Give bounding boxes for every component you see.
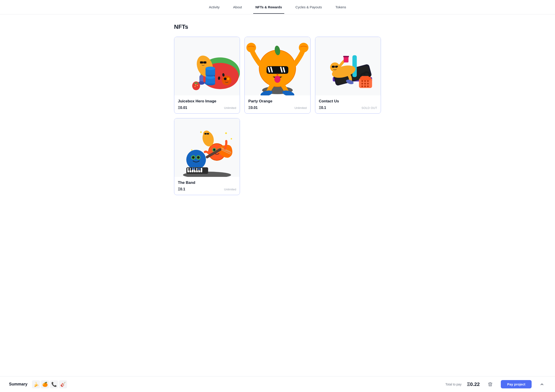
svg-point-36 (277, 74, 278, 75)
nft-name-band: The Band (178, 180, 236, 185)
nft-grid-row2: ✦ ✦ ✦ ✦ The Band Ξ0.1 Unlimited (174, 118, 381, 195)
total-to-pay-label: Total to pay (445, 383, 462, 386)
party-orange-illustration (245, 37, 310, 96)
nft-card-juicebox-hero[interactable]: Juicebox Hero Image Ξ0.01 Unlimited (174, 37, 240, 114)
nft-image-party-orange (245, 37, 310, 96)
svg-point-66 (367, 85, 369, 87)
svg-rect-81 (189, 168, 190, 170)
main-content: NFTs (169, 15, 386, 218)
nft-image-juicebox-hero (174, 37, 240, 96)
summary-bar: Summary 🍌 🍊 📞 🎸 Total to pay Ξ0.22 Pay p… (0, 376, 555, 392)
svg-rect-7 (200, 61, 203, 64)
nft-supply-band: Unlimited (224, 188, 236, 191)
svg-point-60 (367, 80, 369, 82)
nav-about[interactable]: About (231, 1, 244, 14)
nft-price-contact-us: Ξ0.1 (319, 106, 326, 110)
svg-rect-8 (203, 61, 206, 64)
summary-icon-3: 📞 (50, 380, 58, 388)
nft-meta-juicebox-hero: Ξ0.01 Unlimited (178, 106, 236, 110)
svg-rect-105 (197, 168, 201, 170)
summary-icon-1: 🍌 (32, 380, 40, 388)
svg-rect-104 (192, 168, 195, 170)
nfts-section-title: NFTs (174, 23, 381, 30)
nft-info-band: The Band Ξ0.1 Unlimited (174, 177, 240, 195)
svg-point-68 (186, 150, 206, 170)
svg-rect-45 (352, 55, 357, 77)
svg-text:✦: ✦ (191, 148, 193, 151)
svg-point-89 (213, 149, 215, 151)
svg-point-38 (247, 43, 256, 52)
chevron-up-button[interactable] (538, 380, 546, 388)
nft-info-contact-us: Contact Us Ξ0.1 SOLD OUT (315, 96, 381, 113)
nft-supply-party-orange: Unlimited (294, 106, 307, 110)
svg-point-24 (195, 84, 196, 85)
svg-rect-51 (344, 56, 348, 62)
svg-rect-31 (266, 66, 288, 74)
svg-point-70 (192, 156, 195, 159)
nft-price-band: Ξ0.1 (178, 187, 185, 191)
pay-project-button[interactable]: Pay project (501, 380, 532, 388)
nft-supply-contact-us: SOLD OUT (361, 106, 377, 110)
summary-icon-2: 🍊 (41, 380, 49, 388)
nav-activity[interactable]: Activity (207, 1, 222, 14)
navigation: Activity About NFTs & Rewards Cycles & P… (0, 0, 555, 15)
nft-card-contact-us[interactable]: Contact Us Ξ0.1 SOLD OUT (315, 37, 381, 114)
svg-rect-80 (201, 168, 202, 172)
nft-meta-contact-us: Ξ0.1 SOLD OUT (319, 106, 377, 110)
svg-point-39 (299, 43, 308, 52)
svg-point-61 (361, 83, 363, 85)
nft-name-contact-us: Contact Us (319, 99, 377, 104)
svg-point-59 (364, 80, 366, 82)
nft-image-band: ✦ ✦ ✦ ✦ (174, 118, 240, 177)
summary-icons: 🍌 🍊 📞 🎸 (32, 380, 67, 388)
svg-rect-52 (343, 56, 349, 57)
nft-price-juicebox-hero: Ξ0.01 (178, 106, 187, 110)
svg-point-20 (222, 76, 232, 85)
svg-point-65 (364, 85, 366, 87)
nft-grid-row1: Juicebox Hero Image Ξ0.01 Unlimited (174, 37, 381, 114)
svg-line-54 (347, 52, 349, 56)
svg-point-72 (197, 156, 200, 159)
svg-point-58 (361, 80, 363, 82)
svg-point-26 (195, 86, 195, 87)
nft-supply-juicebox-hero: Unlimited (224, 106, 236, 110)
svg-point-21 (224, 77, 226, 80)
nft-meta-party-orange: Ξ0.01 Unlimited (248, 106, 307, 110)
svg-point-97 (203, 131, 210, 138)
nav-cycles-payouts[interactable]: Cycles & Payouts (293, 1, 324, 14)
nft-meta-band: Ξ0.1 Unlimited (178, 187, 236, 191)
svg-rect-98 (204, 133, 207, 134)
svg-point-63 (367, 83, 369, 85)
svg-point-62 (364, 83, 366, 85)
trash-button[interactable] (486, 380, 495, 389)
svg-text:✦: ✦ (230, 137, 233, 141)
nft-price-party-orange: Ξ0.01 (248, 106, 257, 110)
summary-label: Summary (9, 382, 27, 387)
svg-text:✦: ✦ (224, 131, 227, 135)
contact-us-illustration (315, 37, 381, 96)
svg-point-19 (205, 67, 215, 70)
band-illustration: ✦ ✦ ✦ ✦ (174, 118, 240, 177)
total-amount: Ξ0.22 (467, 381, 480, 387)
nft-name-juicebox-hero: Juicebox Hero Image (178, 99, 236, 104)
svg-point-25 (197, 85, 198, 86)
nft-image-contact-us (315, 37, 381, 96)
svg-rect-48 (332, 66, 335, 68)
nft-name-party-orange: Party Orange (248, 99, 307, 104)
nft-info-party-orange: Party Orange Ξ0.01 Unlimited (245, 96, 310, 113)
svg-point-64 (361, 85, 363, 87)
svg-text:✦: ✦ (199, 130, 202, 134)
svg-point-37 (274, 76, 280, 83)
svg-point-22 (227, 77, 230, 80)
nav-nfts-rewards[interactable]: NFTs & Rewards (253, 1, 284, 14)
nft-card-band[interactable]: ✦ ✦ ✦ ✦ The Band Ξ0.1 Unlimited (174, 118, 240, 195)
nft-info-juicebox-hero: Juicebox Hero Image Ξ0.01 Unlimited (174, 96, 240, 113)
summary-icon-4: 🎸 (59, 380, 67, 388)
nft-card-party-orange[interactable]: Party Orange Ξ0.01 Unlimited (244, 37, 310, 114)
svg-rect-83 (195, 168, 196, 170)
svg-rect-82 (191, 168, 192, 170)
svg-rect-99 (207, 133, 209, 134)
juicebox-hero-illustration (174, 37, 240, 96)
nav-tokens[interactable]: Tokens (333, 1, 348, 14)
